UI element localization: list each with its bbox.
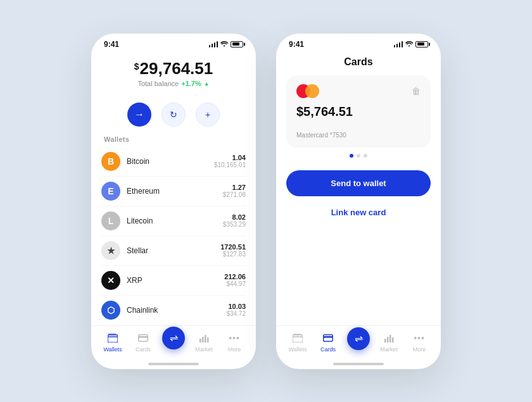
nav-send-1[interactable]: ⇌ — [158, 333, 189, 351]
nav-market-1[interactable]: Market — [189, 331, 219, 353]
carousel-dot-3[interactable] — [364, 154, 367, 158]
svg-rect-3 — [200, 339, 201, 342]
wallet-item[interactable]: ★Stellar 1720.51 $127.83 — [101, 236, 246, 266]
wallet-values: 212.06 $44.97 — [224, 273, 246, 287]
nav-send-2[interactable]: ⇌ — [343, 334, 374, 350]
bottom-nav-1: Wallets Cards ⇌ — [91, 325, 256, 361]
wallet-usd: $44.97 — [224, 280, 246, 287]
battery-icon-1 — [231, 41, 243, 47]
send-nav-icon-2: ⇌ — [355, 332, 363, 344]
wallet-icon: B — [101, 152, 120, 171]
delete-card-icon[interactable]: 🗑 — [412, 86, 421, 96]
wallets-nav-icon — [106, 331, 120, 345]
wallet-usd: $34.72 — [226, 310, 246, 317]
nav-market-2[interactable]: Market — [374, 331, 404, 353]
svg-rect-10 — [384, 339, 386, 342]
wallet-values: 1.27 $271.08 — [223, 184, 246, 198]
wallet-item[interactable]: ✕XRP 212.06 $44.97 — [101, 266, 246, 296]
wifi-icon-1 — [220, 41, 228, 48]
wallet-usd: $10,165.01 — [214, 161, 246, 168]
nav-market-label-1: Market — [195, 346, 213, 353]
wallet-amount: 8.02 — [223, 213, 246, 221]
nav-more-label-2: More — [413, 346, 426, 353]
mc-orange-circle — [305, 84, 319, 98]
wallets-section-label: Wallets — [91, 135, 256, 147]
wallet-item[interactable]: ⬡Chainlink 10.03 $34.72 — [101, 296, 246, 325]
send-to-wallet-button[interactable]: Send to wallet — [286, 170, 431, 196]
add-button[interactable]: + — [196, 103, 220, 127]
status-icons-1 — [209, 41, 244, 48]
balance-value: 29,764.51 — [140, 59, 213, 79]
cards-actions: Send to wallet Link new card — [276, 161, 441, 231]
wallet-name: Stellar — [127, 246, 214, 255]
card-carousel: 🗑 $5,764.51 Mastercard *7530 — [286, 75, 431, 148]
nav-more-2[interactable]: ••• More — [404, 331, 434, 353]
wallet-item[interactable]: BBitcoin 1.04 $10,165.01 — [101, 147, 246, 177]
nav-more-label-1: More — [228, 346, 241, 353]
status-bar-1: 9:41 — [91, 34, 256, 51]
send-nav-icon-1: ⇌ — [170, 332, 178, 344]
carousel-dot-1[interactable] — [350, 154, 353, 158]
wallet-amount: 212.06 — [224, 273, 246, 280]
svg-rect-0 — [108, 335, 118, 342]
carousel-dot-2[interactable] — [357, 154, 360, 158]
nav-cards-1[interactable]: Cards — [128, 331, 158, 353]
wallet-list: BBitcoin 1.04 $10,165.01 EEthereum 1.27 … — [91, 147, 256, 325]
balance-amount: $ 29,764.51 — [104, 59, 243, 79]
svg-rect-12 — [390, 335, 391, 342]
cards-page-header: Cards — [276, 51, 441, 75]
exchange-button[interactable]: ↻ — [162, 103, 186, 127]
wallets-nav-icon-2 — [291, 331, 305, 345]
wallet-usd: $271.08 — [223, 191, 246, 198]
status-time-1: 9:41 — [104, 40, 119, 49]
home-indicator-2 — [333, 363, 384, 365]
send-nav-button-1[interactable]: ⇌ — [162, 327, 185, 349]
wallet-amount: 1.04 — [214, 154, 246, 161]
nav-cards-2[interactable]: Cards — [313, 331, 343, 353]
wallet-values: 10.03 $34.72 — [226, 303, 246, 317]
market-nav-icon-2 — [382, 331, 396, 345]
nav-wallets-1[interactable]: Wallets — [98, 331, 128, 353]
currency-symbol: $ — [134, 61, 139, 72]
svg-rect-6 — [207, 337, 209, 342]
wallet-name: Chainlink — [127, 306, 220, 315]
send-button[interactable]: → — [127, 103, 151, 127]
nav-cards-label-2: Cards — [320, 346, 336, 353]
action-buttons: → ↻ + — [91, 103, 256, 127]
card-number: Mastercard *7530 — [296, 132, 421, 139]
wallet-icon: ✕ — [101, 271, 120, 290]
svg-rect-5 — [205, 335, 206, 342]
wifi-icon-2 — [405, 41, 413, 48]
status-time-2: 9:41 — [289, 40, 304, 49]
link-new-card-button[interactable]: Link new card — [286, 203, 431, 222]
bottom-nav-2: Wallets Cards ⇌ — [276, 325, 441, 361]
wallet-values: 8.02 $353.29 — [223, 213, 246, 228]
exchange-icon: ↻ — [170, 110, 177, 120]
wallet-values: 1720.51 $127.83 — [220, 243, 246, 258]
wallet-amount: 10.03 — [226, 303, 246, 310]
wallet-name: Ethereum — [127, 187, 217, 196]
more-nav-icon: ••• — [227, 331, 241, 345]
nav-cards-label-1: Cards — [136, 346, 151, 353]
add-icon: + — [205, 110, 210, 120]
phone-wallets: 9:41 — [91, 34, 256, 369]
battery-icon-2 — [415, 41, 428, 47]
nav-wallets-label-2: Wallets — [288, 346, 307, 353]
nav-wallets-label-1: Wallets — [103, 346, 122, 353]
wallet-amount: 1.27 — [223, 184, 246, 191]
balance-change: +1.7% — [181, 80, 201, 87]
nav-more-1[interactable]: ••• More — [219, 331, 250, 353]
mastercard-logo — [296, 84, 319, 98]
wallet-item[interactable]: LLitecoin 8.02 $353.29 — [101, 206, 246, 236]
nav-wallets-2[interactable]: Wallets — [282, 331, 313, 353]
cards-nav-icon — [136, 331, 150, 345]
wallet-name: XRP — [127, 276, 218, 285]
signal-icon-2 — [394, 41, 403, 47]
more-nav-icon-2: ••• — [412, 331, 426, 345]
cards-nav-icon-2 — [321, 331, 335, 345]
wallet-item[interactable]: EEthereum 1.27 $271.08 — [101, 177, 246, 206]
svg-rect-2 — [138, 336, 148, 338]
home-indicator-1 — [148, 363, 199, 365]
arrow-up-icon: ▲ — [204, 80, 210, 87]
send-nav-button-2[interactable]: ⇌ — [347, 327, 370, 350]
